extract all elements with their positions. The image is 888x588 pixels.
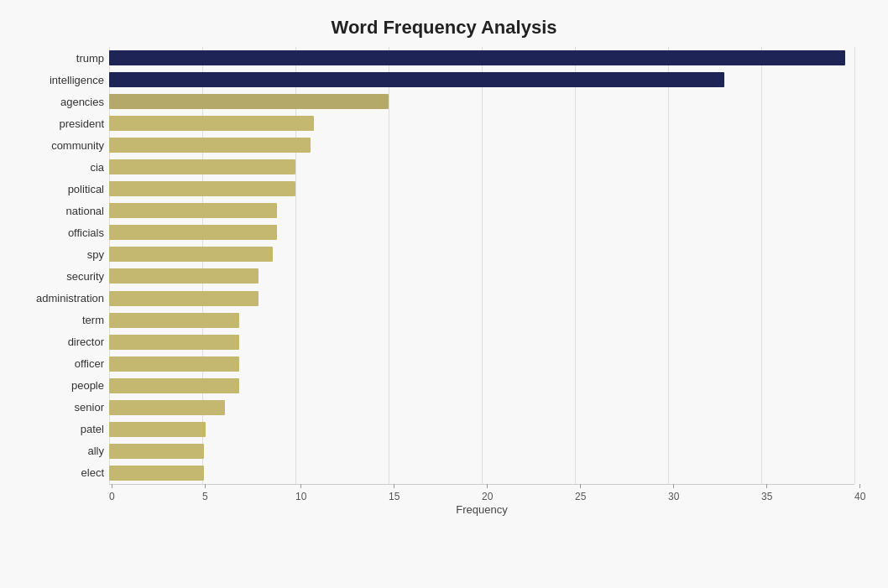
bar-fill: [109, 138, 311, 153]
bar-fill: [109, 225, 277, 240]
bar-fill: [109, 313, 239, 328]
bar-row: community: [109, 136, 854, 154]
bar-label: community: [3, 139, 104, 152]
bars-wrapper: trumpintelligenceagenciespresidentcommun…: [109, 47, 854, 484]
bar-label: term: [3, 314, 104, 326]
bar-label: people: [3, 379, 104, 392]
bar-row: ally: [109, 442, 854, 461]
bar-row: elect: [109, 464, 854, 482]
bar-label: administration: [3, 292, 104, 304]
bar-label: director: [3, 336, 104, 348]
bar-row: officer: [109, 355, 854, 373]
x-tick-label: 30: [668, 491, 679, 502]
bar-row: senior: [109, 398, 854, 417]
bar-fill: [109, 335, 239, 350]
bar-fill: [109, 72, 724, 87]
bar-label: national: [3, 205, 104, 217]
bar-row: national: [109, 201, 854, 220]
chart-title: Word Frequency Analysis: [34, 17, 854, 39]
x-tick-label: 5: [202, 491, 208, 502]
bar-fill: [109, 50, 845, 65]
x-tick-line: [859, 484, 860, 488]
bar-fill: [109, 159, 295, 174]
bar-row: intelligence: [109, 70, 854, 89]
x-tick-label: 35: [761, 491, 772, 502]
x-tick-line: [205, 484, 206, 488]
chart-container: Word Frequency Analysis trumpintelligenc…: [0, 0, 888, 588]
x-tick-line: [487, 484, 488, 488]
x-tick: 30: [668, 484, 679, 502]
bar-row: agencies: [109, 92, 854, 111]
x-tick-line: [394, 484, 394, 488]
bar-fill: [109, 181, 295, 196]
bar-label: cia: [3, 161, 104, 174]
bar-row: trump: [109, 49, 854, 67]
bar-fill: [109, 116, 314, 131]
x-tick-line: [766, 484, 767, 488]
x-tick-label: 40: [854, 491, 865, 502]
bar-fill: [109, 94, 389, 109]
bar-label: trump: [3, 52, 104, 65]
x-tick-label: 25: [575, 491, 586, 502]
bar-label: security: [3, 270, 104, 283]
bar-fill: [109, 444, 204, 459]
bar-row: officials: [109, 223, 854, 242]
x-tick-label: 10: [295, 491, 306, 502]
bar-fill: [109, 247, 273, 262]
x-tick: 25: [575, 484, 586, 502]
bar-row: administration: [109, 289, 854, 308]
bar-row: people: [109, 377, 854, 395]
bar-row: president: [109, 114, 854, 133]
bar-fill: [109, 378, 239, 393]
x-tick: 15: [389, 484, 400, 502]
x-tick-line: [673, 484, 674, 488]
bar-label: political: [3, 183, 104, 195]
bar-label: agencies: [3, 96, 104, 108]
grid-line: [854, 47, 855, 484]
bar-fill: [109, 466, 204, 481]
x-tick: 35: [761, 484, 772, 502]
bar-label: spy: [3, 248, 104, 261]
x-tick: 20: [482, 484, 493, 502]
x-axis-title: Frequency: [109, 503, 854, 516]
bar-row: term: [109, 311, 854, 330]
x-axis: 0510152025303540 Frequency: [109, 484, 854, 518]
bar-fill: [109, 356, 239, 372]
x-tick-label: 0: [109, 491, 115, 502]
x-tick: 10: [295, 484, 306, 502]
chart-area: trumpintelligenceagenciespresidentcommun…: [109, 47, 854, 518]
bar-row: director: [109, 333, 854, 351]
bar-fill: [109, 268, 259, 284]
bar-label: intelligence: [3, 74, 104, 86]
x-tick: 5: [202, 484, 208, 502]
bar-fill: [109, 291, 259, 306]
bar-label: officer: [3, 357, 104, 370]
bar-row: political: [109, 180, 854, 198]
x-tick-line: [300, 484, 301, 488]
bar-fill: [109, 422, 206, 437]
x-tick-line: [580, 484, 581, 488]
bar-row: spy: [109, 245, 854, 263]
bar-fill: [109, 400, 225, 415]
bar-label: elect: [3, 466, 104, 479]
bar-label: patel: [3, 423, 104, 435]
bar-label: officials: [3, 226, 104, 239]
bar-row: patel: [109, 420, 854, 439]
x-tick-label: 15: [389, 491, 400, 502]
bar-row: security: [109, 267, 854, 285]
bar-label: senior: [3, 401, 104, 414]
bar-row: cia: [109, 158, 854, 176]
x-tick-line: [112, 484, 112, 488]
bar-label: ally: [3, 445, 104, 457]
bar-label: president: [3, 117, 104, 130]
x-tick: 40: [854, 484, 865, 502]
bar-fill: [109, 203, 277, 218]
x-tick: 0: [109, 484, 115, 502]
x-tick-label: 20: [482, 491, 493, 502]
